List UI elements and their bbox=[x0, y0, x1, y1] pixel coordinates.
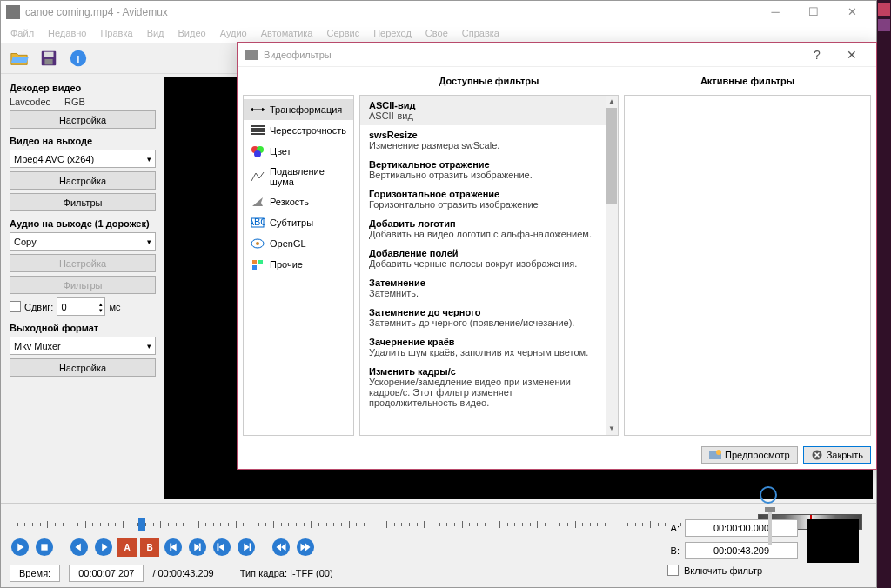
audio-out-label: Аудио на выходе (1 дорожек) bbox=[10, 218, 156, 229]
filter-desc: Добавить на видео логотип с альфа-наложе… bbox=[369, 229, 597, 239]
output-format-label: Выходной формат bbox=[10, 323, 156, 333]
category-misc[interactable]: Прочие bbox=[244, 254, 353, 275]
open-icon[interactable] bbox=[8, 47, 30, 70]
category-transform[interactable]: Трансформация bbox=[244, 99, 353, 120]
desktop-icon[interactable] bbox=[878, 19, 890, 31]
menu-tools[interactable]: Сервис bbox=[320, 26, 365, 40]
filter-list[interactable]: ASCII-видASCII-видswsResizeИзменение раз… bbox=[360, 96, 606, 435]
menu-auto[interactable]: Автоматика bbox=[255, 26, 319, 40]
interlace-icon bbox=[251, 124, 265, 137]
save-icon[interactable] bbox=[37, 47, 60, 70]
shift-checkbox[interactable] bbox=[10, 301, 21, 312]
filter-item[interactable]: Добавление полейДобавить черные полосы в… bbox=[360, 244, 606, 273]
filter-name: Добавление полей bbox=[369, 248, 597, 258]
filter-item[interactable]: Вертикальное отражениеВертикально отрази… bbox=[360, 155, 606, 184]
filter-name: Изменить кадры/с bbox=[369, 366, 597, 377]
scroll-up-icon[interactable]: ▲ bbox=[606, 96, 618, 108]
shift-spinner[interactable]: 0 bbox=[57, 297, 105, 316]
filter-item[interactable]: Зачернение краёвУдалить шум краёв, запол… bbox=[360, 332, 606, 362]
next-keyframe-button[interactable] bbox=[187, 537, 208, 558]
menu-file[interactable]: Файл bbox=[4, 26, 40, 40]
dialog-help-button[interactable]: ? bbox=[800, 48, 834, 62]
include-filter-checkbox[interactable] bbox=[667, 565, 679, 576]
b-label: B: bbox=[667, 545, 680, 556]
menu-recent[interactable]: Недавно bbox=[42, 26, 92, 40]
video-filters-button[interactable]: Фильтры bbox=[10, 193, 156, 211]
minimize-button[interactable]: ─ bbox=[756, 1, 794, 23]
shift-unit: мс bbox=[109, 302, 120, 312]
close-button[interactable]: ✕ bbox=[833, 1, 871, 23]
prev-keyframe-button[interactable] bbox=[163, 537, 184, 558]
marker-a-button[interactable]: A bbox=[117, 538, 137, 557]
category-subtitles[interactable]: ABCСубтитры bbox=[244, 212, 353, 233]
preview-icon bbox=[709, 450, 721, 460]
close-dialog-button[interactable]: Закрыть bbox=[803, 446, 871, 464]
filter-item[interactable]: Затемнение до черногоЗатемнить до черног… bbox=[360, 303, 606, 332]
svg-rect-25 bbox=[252, 260, 257, 264]
menu-goto[interactable]: Переход bbox=[367, 26, 418, 40]
play-button[interactable] bbox=[10, 537, 30, 558]
filter-scrollbar[interactable]: ▲ ▼ bbox=[606, 96, 618, 435]
menu-audio[interactable]: Аудио bbox=[214, 26, 253, 40]
dialog-titlebar: Видеофильтры ? ✕ bbox=[238, 43, 876, 67]
category-sharpness[interactable]: Резкость bbox=[244, 191, 353, 212]
prev-black-button[interactable] bbox=[211, 537, 232, 558]
sharpness-icon bbox=[251, 196, 265, 208]
prev-frame-button[interactable] bbox=[69, 537, 90, 558]
filter-name: Вертикальное отражение bbox=[369, 159, 597, 170]
menu-view[interactable]: Вид bbox=[141, 26, 171, 40]
svg-rect-26 bbox=[258, 260, 263, 264]
output-settings-button[interactable]: Настройка bbox=[10, 358, 156, 377]
scroll-down-icon[interactable]: ▼ bbox=[606, 423, 618, 435]
filter-item[interactable]: Горизонтальное отражениеГоризонтально от… bbox=[360, 184, 606, 214]
stop-button[interactable] bbox=[34, 537, 55, 558]
info-icon[interactable]: i bbox=[67, 47, 90, 70]
category-interlace[interactable]: Чересстрочность bbox=[244, 120, 353, 141]
menu-help[interactable]: Справка bbox=[456, 26, 506, 40]
filter-item[interactable]: ASCII-видASCII-вид bbox=[360, 96, 606, 125]
desktop-icon[interactable] bbox=[878, 3, 890, 16]
marker-b-button[interactable]: B bbox=[140, 538, 159, 557]
category-noise[interactable]: Подавление шума bbox=[244, 162, 353, 191]
a-label: A: bbox=[667, 523, 680, 533]
maximize-button[interactable]: ☐ bbox=[794, 1, 833, 23]
video-settings-button[interactable]: Настройка bbox=[10, 171, 156, 190]
filter-item[interactable]: Добавить логотипДобавить на видео логоти… bbox=[360, 214, 606, 244]
next-frame-button[interactable] bbox=[93, 537, 114, 558]
output-format-value: Mkv Muxer bbox=[14, 341, 61, 351]
filter-item[interactable]: Изменить кадры/сУскорение/замедление вид… bbox=[360, 362, 606, 412]
a-time[interactable]: 00:00:00.000 bbox=[685, 519, 798, 537]
timeline-handle[interactable] bbox=[138, 518, 145, 531]
shift-label: Сдвиг: bbox=[24, 302, 53, 312]
active-header: Активные фильтры bbox=[624, 72, 871, 90]
volume-slider[interactable] bbox=[768, 507, 772, 545]
category-opengl[interactable]: OpenGL bbox=[244, 233, 353, 254]
noise-icon bbox=[251, 170, 265, 183]
filter-desc: Изменение размера swScale. bbox=[369, 140, 597, 150]
output-format-select[interactable]: Mkv Muxer bbox=[10, 337, 156, 355]
menu-edit[interactable]: Правка bbox=[94, 26, 138, 40]
audio-codec-select[interactable]: Copy bbox=[10, 232, 156, 251]
filter-name: Зачернение краёв bbox=[369, 337, 597, 347]
active-filters-panel[interactable] bbox=[624, 95, 871, 436]
filter-item[interactable]: ЗатемнениеЗатемнить. bbox=[360, 273, 606, 303]
category-color[interactable]: Цвет bbox=[244, 141, 353, 162]
filter-item[interactable]: swsResizeИзменение размера swScale. bbox=[360, 125, 606, 155]
next-black-button[interactable] bbox=[236, 537, 257, 558]
current-time-box[interactable]: 00:00:07.207 bbox=[69, 565, 144, 582]
volume-dial-icon[interactable] bbox=[760, 486, 777, 504]
menu-video[interactable]: Видео bbox=[172, 26, 212, 40]
dialog-close-button[interactable]: ✕ bbox=[834, 48, 869, 62]
filter-name: Добавить логотип bbox=[369, 218, 597, 229]
preview-button[interactable]: Предпросмотр bbox=[701, 446, 798, 464]
goto-start-button[interactable] bbox=[271, 537, 291, 558]
video-codec-select[interactable]: Mpeg4 AVC (x264) bbox=[10, 150, 156, 168]
svg-text:ABC: ABC bbox=[251, 217, 265, 227]
menu-custom[interactable]: Своё bbox=[419, 26, 454, 40]
filter-name: swsResize bbox=[369, 130, 597, 140]
decoder-mode: RGB bbox=[64, 97, 85, 107]
filter-desc: Затемнить до черного (появление/исчезани… bbox=[369, 317, 597, 328]
goto-end-button[interactable] bbox=[295, 537, 316, 558]
decoder-settings-button[interactable]: Настройка bbox=[10, 110, 156, 129]
b-time[interactable]: 00:00:43.209 bbox=[685, 542, 798, 559]
